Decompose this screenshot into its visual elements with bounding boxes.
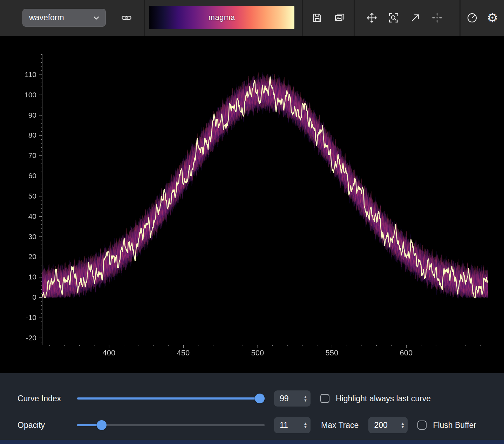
settings-button[interactable]: ⚙ [484, 9, 501, 27]
opacity-slider[interactable] [77, 420, 265, 430]
expand-button[interactable] [407, 9, 424, 27]
y-tick-label: 40 [0, 212, 36, 221]
slider-track[interactable] [77, 397, 265, 400]
crosshair-icon [431, 12, 443, 23]
slider-fill [77, 424, 98, 426]
flush-buffer-checkbox[interactable] [417, 421, 427, 430]
plot-area: -20-100102030405060708090100110 40045050… [0, 36, 504, 373]
opacity-value[interactable]: 11 [280, 421, 288, 430]
colormap-label: magma [209, 13, 235, 22]
gauge-icon [466, 12, 478, 23]
y-tick-label: 60 [0, 172, 36, 180]
y-tick-label: 10 [0, 273, 36, 281]
chevron-down-icon [92, 14, 101, 22]
toolbar-separator [302, 0, 303, 36]
flush-buffer-label: Flush Buffer [433, 421, 476, 430]
x-tick-label: 450 [177, 348, 190, 358]
spin-down-icon[interactable]: ▼ [304, 398, 307, 402]
max-trace-label: Max Trace [321, 421, 359, 430]
y-tick-label: 100 [0, 91, 36, 99]
link-icon [121, 12, 132, 23]
export-image-icon [334, 12, 345, 23]
export-image-button[interactable] [331, 9, 348, 27]
toolbar-separator [354, 0, 355, 36]
slider-handle[interactable] [255, 394, 265, 403]
max-trace-spinbox[interactable]: 200 ▲ ▼ [368, 417, 408, 433]
x-tick-label: 600 [400, 348, 413, 358]
spin-down-icon[interactable]: ▼ [401, 425, 404, 429]
highlight-last-checkbox[interactable] [320, 394, 329, 403]
x-tick-label: 550 [325, 348, 338, 358]
plot-type-value: waveform [29, 13, 64, 22]
y-tick-label: -20 [0, 334, 36, 342]
y-tick-label: 90 [0, 111, 36, 119]
curve-index-slider[interactable] [77, 393, 265, 404]
y-tick-label: 110 [0, 70, 36, 79]
y-tick-label: 80 [0, 131, 36, 139]
slider-fill [77, 397, 265, 400]
y-tick-label: 20 [0, 252, 36, 261]
slider-handle[interactable] [97, 420, 107, 430]
opacity-spinbox[interactable]: 11 ▲ ▼ [274, 417, 311, 433]
curve-index-label: Curve Index [18, 394, 77, 403]
curve-index-spinbox[interactable]: 99 ▲ ▼ [274, 390, 311, 407]
colormap-button[interactable]: magma [149, 6, 294, 29]
pan-icon [366, 12, 377, 23]
y-tick-label: 70 [0, 151, 36, 160]
link-button[interactable] [118, 9, 135, 27]
max-trace-value[interactable]: 200 [374, 421, 387, 430]
toolbar-separator [144, 0, 145, 36]
spinner-arrows: ▲ ▼ [401, 422, 404, 429]
zoom-region-button[interactable] [385, 9, 402, 27]
opacity-row: Opacity 11 ▲ ▼ Max Trace 200 ▲ ▼ Flush B… [0, 417, 504, 433]
toolbar: waveform magma [0, 0, 504, 36]
gauge-button[interactable] [463, 9, 481, 27]
highlight-last-label: Highlight always last curve [336, 394, 431, 403]
zoom-region-icon [388, 12, 399, 23]
pan-button[interactable] [363, 9, 381, 27]
y-tick-label: 50 [0, 192, 36, 200]
save-icon [312, 12, 323, 23]
spinner-arrows: ▲ ▼ [304, 395, 307, 402]
y-tick-label: -10 [0, 313, 36, 322]
toolbar-separator [459, 0, 461, 36]
spinner-arrows: ▲ ▼ [304, 422, 307, 429]
gear-icon: ⚙ [487, 12, 498, 24]
x-tick-label: 400 [102, 348, 115, 358]
save-button[interactable] [308, 9, 326, 27]
spin-down-icon[interactable]: ▼ [304, 425, 307, 429]
opacity-label: Opacity [18, 421, 77, 430]
plot-type-dropdown[interactable]: waveform [22, 9, 106, 27]
curve-index-value[interactable]: 99 [280, 394, 289, 403]
expand-icon [410, 12, 421, 23]
y-tick-label: 0 [0, 293, 36, 301]
crosshair-button[interactable] [428, 9, 446, 27]
controls-panel: Curve Index 99 ▲ ▼ Highlight always last… [0, 373, 504, 440]
y-tick-label: 30 [0, 233, 36, 241]
curve-index-row: Curve Index 99 ▲ ▼ Highlight always last… [0, 390, 504, 407]
waveform-canvas[interactable] [0, 36, 504, 373]
window-bottom-accent [0, 440, 504, 444]
x-tick-label: 500 [251, 348, 264, 358]
